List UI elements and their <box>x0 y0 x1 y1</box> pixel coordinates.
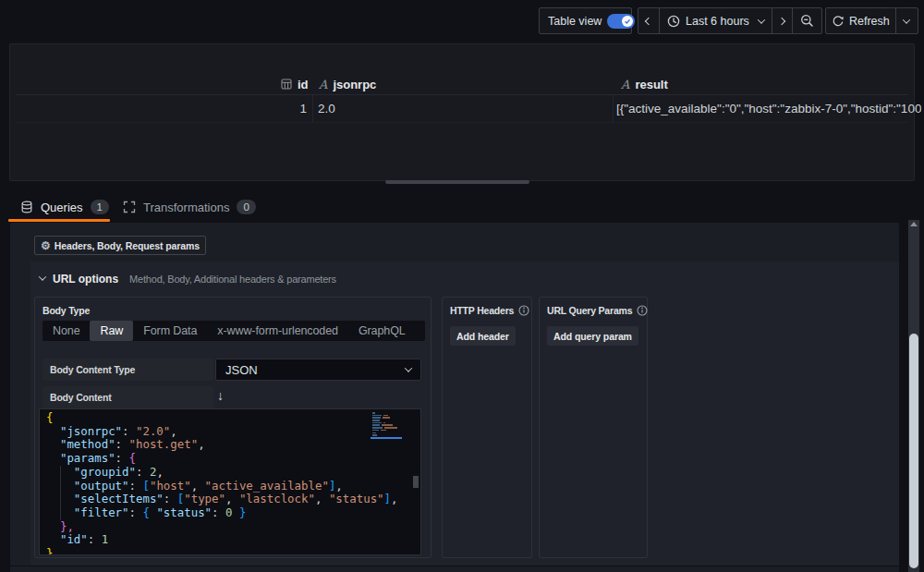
time-range-label: Last 6 hours <box>686 15 749 28</box>
editor-minimap <box>372 412 400 477</box>
body-type-radio-group: None Raw Form Data x-www-form-urlencoded… <box>43 321 425 341</box>
refresh-interval-dropdown[interactable] <box>895 8 918 33</box>
body-type-box: Body Type None Raw Form Data x-www-form-… <box>34 297 432 558</box>
body-content-code-editor[interactable]: { "jsonrpc": "2.0", "method": "host.get"… <box>39 408 421 555</box>
column-header-jsonrpc[interactable]: A jsonrpc <box>319 75 376 93</box>
body-content-type-label: Body Content Type <box>43 359 213 381</box>
pane-resize-handle[interactable] <box>385 180 529 184</box>
tab-queries[interactable]: Queries 1 <box>20 196 109 218</box>
time-shift-forward-button[interactable] <box>772 8 792 33</box>
chevron-left-icon <box>645 17 652 24</box>
column-header-result[interactable]: A result <box>621 75 668 93</box>
gear-icon: ⚙ <box>41 240 51 251</box>
clock-icon <box>667 15 680 28</box>
time-picker-group: Last 6 hours <box>638 7 822 34</box>
add-header-button[interactable]: Add header <box>450 326 516 346</box>
body-type-option-urlencoded[interactable]: x-www-form-urlencoded <box>207 321 348 341</box>
minimap-slider <box>371 437 402 439</box>
database-icon <box>20 201 33 213</box>
refresh-label: Refresh <box>849 15 890 28</box>
table-panel: id A jsonrpc A result 1 2.0 [{"active_av… <box>9 43 915 181</box>
add-query-param-button[interactable]: Add query param <box>547 326 638 346</box>
cell-result: [{"active_available":"0","host":"zabbix-… <box>616 98 921 118</box>
body-type-option-none[interactable]: None <box>43 321 90 341</box>
table-view-switch[interactable] <box>607 14 635 29</box>
http-headers-label: HTTP Headers <box>450 305 514 316</box>
url-options-section: URL options Method, Body, Additional hea… <box>30 262 899 566</box>
string-field-icon: A <box>319 78 327 91</box>
queries-count-badge: 1 <box>91 200 109 214</box>
transformations-count-badge: 0 <box>237 200 255 214</box>
number-field-icon <box>281 79 292 90</box>
body-type-option-graphql[interactable]: GraphQL <box>348 321 416 341</box>
url-options-header[interactable]: URL options Method, Body, Additional hea… <box>30 269 336 289</box>
chevron-right-icon <box>778 17 785 24</box>
cell-id: 1 <box>270 98 307 118</box>
cell-jsonrpc: 2.0 <box>318 98 335 118</box>
body-content-label: Body Content <box>43 386 213 408</box>
string-field-icon: A <box>621 78 629 91</box>
refresh-button-group: Refresh <box>825 7 918 34</box>
column-divider <box>312 95 313 122</box>
http-headers-box: HTTP Headers Add header <box>442 297 532 558</box>
code-content: { "jsonrpc": "2.0", "method": "host.get"… <box>46 411 398 555</box>
chevron-down-icon <box>758 16 765 23</box>
scrollbar-arrow-icon <box>910 222 918 226</box>
body-type-option-raw[interactable]: Raw <box>90 321 133 341</box>
editor-scrollbar-thumb[interactable] <box>413 476 419 488</box>
query-editor-row: ⚙ Headers, Body, Request params URL opti… <box>10 223 899 566</box>
time-shift-back-button[interactable] <box>638 8 659 33</box>
info-icon <box>637 305 648 316</box>
scrollbar-thumb[interactable] <box>909 334 918 568</box>
chevron-down-icon <box>39 273 46 280</box>
tab-transformations[interactable]: Transformations 0 <box>123 196 256 218</box>
check-icon <box>624 18 631 25</box>
grafana-panel-editor: Table view Last 6 hours Refresh id <box>0 0 924 572</box>
time-range-picker[interactable]: Last 6 hours <box>659 8 772 33</box>
table-header-divider <box>16 94 908 95</box>
body-type-label: Body Type <box>43 305 90 316</box>
zoom-out-icon <box>800 14 814 28</box>
table-view-toggle-group: Table view <box>539 7 632 34</box>
toggle-knob <box>622 16 633 27</box>
request-settings-button[interactable]: ⚙ Headers, Body, Request params <box>34 236 206 255</box>
body-content-type-select[interactable]: JSON <box>215 359 421 381</box>
url-query-params-box: URL Query Params Add query param <box>539 297 648 558</box>
column-header-id[interactable]: id <box>281 75 309 93</box>
next-section-peek <box>10 566 899 572</box>
chevron-down-icon <box>903 16 910 23</box>
column-divider <box>613 95 614 122</box>
refresh-icon <box>832 15 845 28</box>
table-view-label: Table view <box>548 15 602 28</box>
body-type-option-form-data[interactable]: Form Data <box>133 321 207 341</box>
chevron-down-icon <box>405 364 412 371</box>
refresh-button[interactable]: Refresh <box>826 8 895 33</box>
process-icon <box>123 201 136 213</box>
active-tab-indicator <box>8 219 110 222</box>
arrow-down-icon: ↓ <box>217 388 224 403</box>
row-divider <box>16 122 908 123</box>
url-query-params-label: URL Query Params <box>547 305 632 316</box>
time-zoom-out-button[interactable] <box>792 8 821 33</box>
info-icon <box>518 305 529 316</box>
